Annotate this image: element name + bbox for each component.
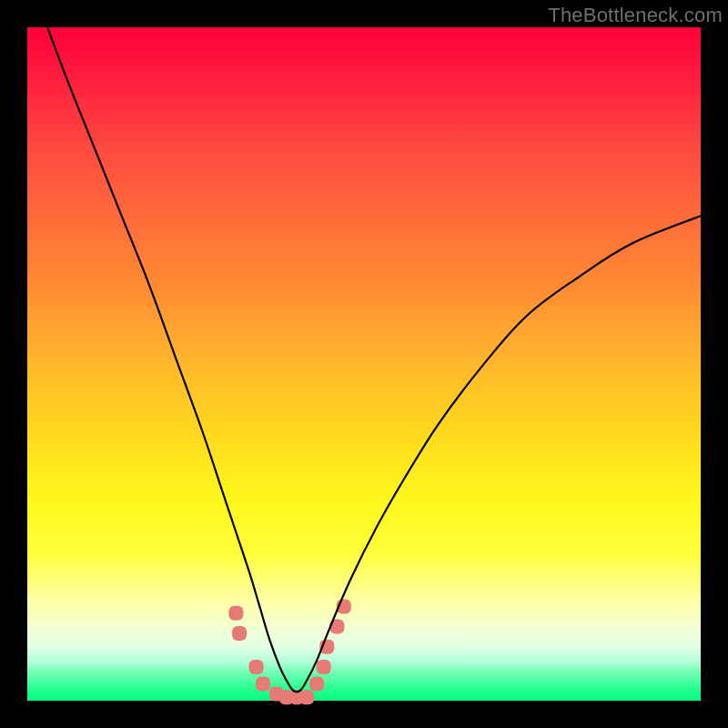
curve-layer: [27, 27, 701, 701]
bottleneck-curve: [47, 27, 701, 692]
watermark-text: TheBottleneck.com: [548, 4, 723, 27]
highlight-marker: [249, 660, 264, 674]
highlight-marker: [232, 626, 247, 641]
chart-frame: TheBottleneck.com: [0, 0, 728, 728]
highlight-marker: [228, 606, 243, 621]
highlight-marker: [309, 677, 324, 692]
highlight-markers-group: [228, 599, 350, 704]
highlight-marker: [256, 677, 270, 692]
highlight-marker: [317, 660, 331, 674]
highlight-marker: [299, 690, 314, 704]
plot-area: [27, 27, 701, 701]
